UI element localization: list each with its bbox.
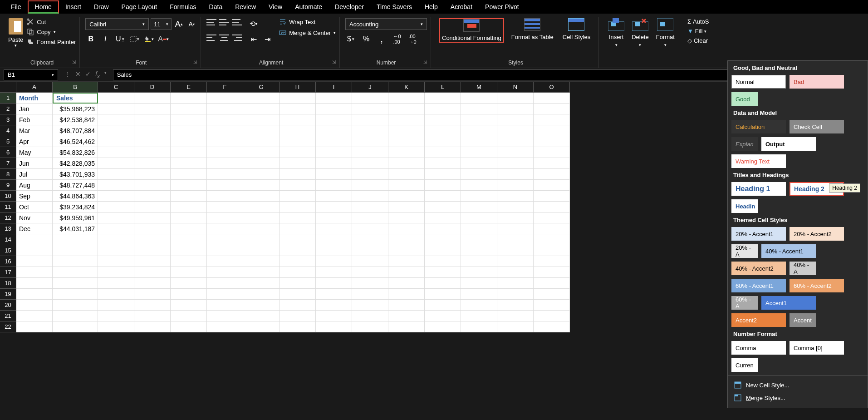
cell-I20[interactable]: [316, 300, 352, 311]
cell-D22[interactable]: [134, 321, 171, 332]
cell-B13[interactable]: $44,031,187: [53, 223, 98, 234]
cell-H12[interactable]: [280, 212, 316, 223]
cell-F6[interactable]: [207, 147, 243, 158]
cell-F17[interactable]: [207, 267, 243, 278]
cell-L20[interactable]: [425, 300, 461, 311]
select-all-corner[interactable]: [0, 82, 16, 93]
style-60-accent1[interactable]: 60% - Accent1: [731, 279, 786, 292]
cell-C10[interactable]: [98, 191, 134, 202]
decrease-font-button[interactable]: A▾: [186, 19, 197, 30]
cell-G10[interactable]: [243, 191, 280, 202]
cell-L17[interactable]: [425, 267, 461, 278]
row-header-7[interactable]: 7: [0, 158, 16, 169]
launcher-icon[interactable]: ⇲: [193, 59, 197, 64]
cell-N4[interactable]: [497, 125, 534, 136]
borders-button[interactable]: ▾: [129, 34, 140, 44]
cell-O19[interactable]: [534, 289, 570, 300]
cell-F10[interactable]: [207, 191, 243, 202]
cell-L13[interactable]: [425, 223, 461, 234]
cell-F14[interactable]: [207, 234, 243, 245]
cell-N22[interactable]: [497, 321, 534, 332]
cell-E16[interactable]: [171, 256, 207, 267]
cell-J1[interactable]: [352, 93, 388, 104]
cell-B16[interactable]: [53, 256, 98, 267]
col-header-B[interactable]: B: [53, 82, 98, 93]
cell-B19[interactable]: [53, 289, 98, 300]
cell-E22[interactable]: [171, 321, 207, 332]
cell-D17[interactable]: [134, 267, 171, 278]
cell-E15[interactable]: [171, 245, 207, 256]
col-header-J[interactable]: J: [352, 82, 388, 93]
style-comma-0[interactable]: Comma [0]: [790, 341, 844, 355]
cell-E5[interactable]: [171, 136, 207, 147]
cell-C1[interactable]: [98, 93, 134, 104]
align-top-button[interactable]: [206, 18, 216, 26]
cell-F8[interactable]: [207, 169, 243, 180]
style-20-accent1[interactable]: 20% - Accent1: [731, 227, 786, 241]
col-header-I[interactable]: I: [316, 82, 352, 93]
col-header-G[interactable]: G: [243, 82, 280, 93]
cell-N19[interactable]: [497, 289, 534, 300]
cell-N5[interactable]: [497, 136, 534, 147]
col-header-C[interactable]: C: [98, 82, 134, 93]
row-header-3[interactable]: 3: [0, 114, 16, 125]
row-header-16[interactable]: 16: [0, 256, 16, 267]
fx-icon[interactable]: fx: [95, 70, 100, 79]
cell-I21[interactable]: [316, 311, 352, 321]
cell-N17[interactable]: [497, 267, 534, 278]
cell-H7[interactable]: [280, 158, 316, 169]
menu-automate[interactable]: Automate: [289, 1, 329, 12]
cell-F7[interactable]: [207, 158, 243, 169]
cell-H16[interactable]: [280, 256, 316, 267]
cell-M5[interactable]: [461, 136, 497, 147]
cell-H20[interactable]: [280, 300, 316, 311]
cell-O12[interactable]: [534, 212, 570, 223]
cell-C4[interactable]: [98, 125, 134, 136]
cell-J12[interactable]: [352, 212, 388, 223]
cell-B10[interactable]: $44,864,363: [53, 191, 98, 202]
autosum-button[interactable]: ΣAutoS: [687, 18, 709, 25]
cell-K14[interactable]: [388, 234, 425, 245]
cell-C11[interactable]: [98, 202, 134, 212]
cell-G4[interactable]: [243, 125, 280, 136]
cell-M11[interactable]: [461, 202, 497, 212]
cell-F1[interactable]: [207, 93, 243, 104]
cell-L7[interactable]: [425, 158, 461, 169]
cell-F9[interactable]: [207, 180, 243, 191]
cell-F16[interactable]: [207, 256, 243, 267]
cell-L12[interactable]: [425, 212, 461, 223]
col-header-L[interactable]: L: [425, 82, 461, 93]
cell-O15[interactable]: [534, 245, 570, 256]
style-calculation[interactable]: Calculation: [731, 120, 786, 133]
style-warning-text[interactable]: Warning Text: [731, 154, 786, 168]
format-as-table-button[interactable]: Format as Table: [510, 18, 555, 41]
row-header-11[interactable]: 11: [0, 202, 16, 212]
cell-K3[interactable]: [388, 114, 425, 125]
cell-J18[interactable]: [352, 278, 388, 289]
cell-I7[interactable]: [316, 158, 352, 169]
cell-H10[interactable]: [280, 191, 316, 202]
cell-K19[interactable]: [388, 289, 425, 300]
launcher-icon[interactable]: ⇲: [332, 59, 336, 64]
row-header-20[interactable]: 20: [0, 300, 16, 311]
cell-N8[interactable]: [497, 169, 534, 180]
cell-C17[interactable]: [98, 267, 134, 278]
cell-L10[interactable]: [425, 191, 461, 202]
cell-L6[interactable]: [425, 147, 461, 158]
cell-C6[interactable]: [98, 147, 134, 158]
cancel-icon[interactable]: ✕: [75, 70, 81, 79]
cell-E3[interactable]: [171, 114, 207, 125]
cell-I15[interactable]: [316, 245, 352, 256]
merge-center-button[interactable]: Merge & Center ▾: [279, 29, 336, 36]
cell-O1[interactable]: [534, 93, 570, 104]
cell-E13[interactable]: [171, 223, 207, 234]
cell-A21[interactable]: [16, 311, 53, 321]
bold-button[interactable]: B: [85, 34, 96, 44]
cell-G5[interactable]: [243, 136, 280, 147]
cell-G20[interactable]: [243, 300, 280, 311]
cell-A11[interactable]: Oct: [16, 202, 53, 212]
cell-A18[interactable]: [16, 278, 53, 289]
cell-J22[interactable]: [352, 321, 388, 332]
cell-F20[interactable]: [207, 300, 243, 311]
cell-H19[interactable]: [280, 289, 316, 300]
